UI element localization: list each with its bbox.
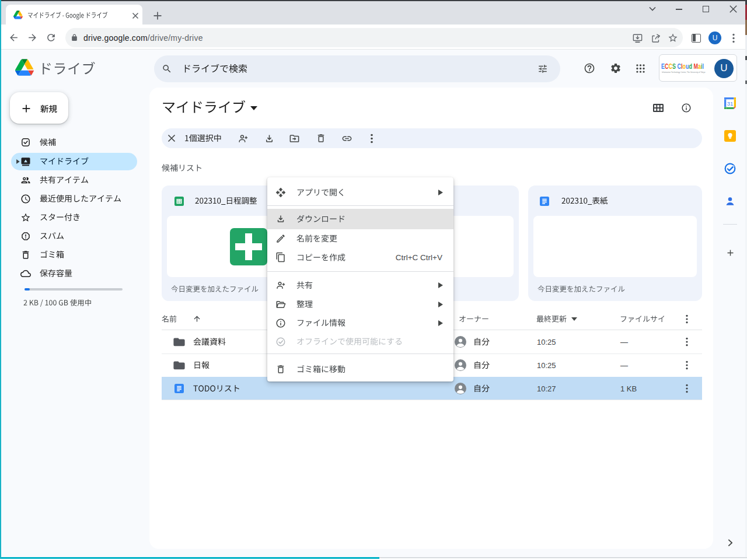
svg-text:31: 31 [727,100,734,107]
